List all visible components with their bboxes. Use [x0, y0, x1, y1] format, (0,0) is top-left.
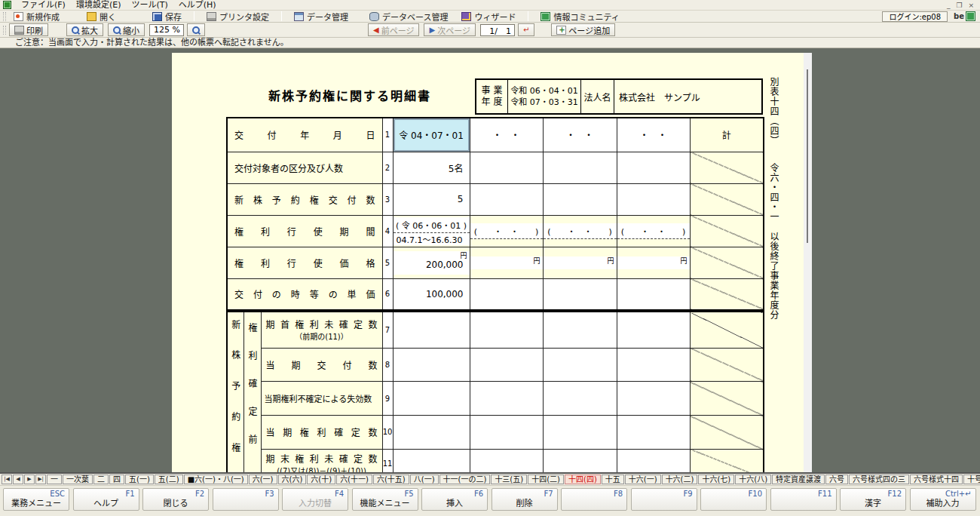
empty-cell[interactable]	[617, 348, 690, 381]
menu-settings[interactable]: 環境設定(E)	[71, 0, 127, 10]
form-tab-5[interactable]: 五(二)	[155, 475, 183, 484]
grant-date-cell[interactable]: ・ ・	[617, 118, 690, 152]
empty-cell[interactable]	[470, 183, 543, 215]
form-tab-16[interactable]: 十四(四)	[565, 475, 601, 484]
grant-date-cell[interactable]: ・ ・	[543, 118, 617, 152]
close-icon[interactable]: ×	[968, 1, 974, 10]
scrollbar-thumb[interactable]	[807, 69, 808, 243]
exercise-period-cell[interactable]: ( ・ ・ )	[470, 223, 543, 239]
fnkey-f6-button[interactable]: F6挿入	[421, 488, 488, 511]
open-button[interactable]: 開く	[82, 11, 121, 22]
grant-date-cell-selected[interactable]: 令 04・07・01	[393, 118, 470, 152]
form-tab-12[interactable]: 八(一)	[410, 475, 439, 484]
form-tab-19[interactable]: 十六(二)	[662, 475, 698, 484]
empty-cell[interactable]	[470, 152, 543, 183]
form-tab-21[interactable]: 十六(八)	[735, 475, 771, 484]
empty-cell[interactable]	[543, 382, 617, 416]
form-tab-3[interactable]: 四	[109, 475, 124, 484]
business-year-dates[interactable]: 令和 06・04・01令和 07・03・31	[508, 80, 581, 113]
tab-nav-first-button[interactable]: |◀	[2, 475, 12, 484]
form-tab-4[interactable]: 五(一)	[125, 475, 154, 484]
tab-nav-prev-button[interactable]: ◀	[13, 475, 23, 484]
empty-cell[interactable]	[617, 382, 690, 416]
form-tab-10[interactable]: 六(十一)	[336, 475, 372, 484]
zoom-select-button[interactable]	[187, 23, 205, 36]
form-tab-23[interactable]: 六号	[825, 475, 848, 484]
exercise-period-cell[interactable]: ( ・ ・ )	[544, 223, 617, 239]
empty-cell[interactable]	[543, 449, 617, 472]
fnkey-f7-button[interactable]: F7削除	[492, 488, 558, 511]
form-tab-24[interactable]: 六号様式四の三	[849, 475, 909, 484]
form-tab-6[interactable]: ■六(一)・八(一)	[184, 475, 248, 484]
tab-nav-next-button[interactable]: ▶	[24, 475, 35, 484]
exercise-price-cell[interactable]: 円	[544, 256, 617, 269]
fnkey-f8-button[interactable]: F8	[561, 488, 627, 511]
zoom-in-button[interactable]: 拡大	[66, 23, 103, 36]
fnkey-f2-button[interactable]: F2閉じる	[142, 488, 209, 511]
form-tab-14[interactable]: 十三(五)	[491, 475, 527, 484]
fnkey-f1-button[interactable]: F1ヘルプ	[73, 488, 139, 511]
empty-cell[interactable]	[543, 312, 617, 348]
print-button[interactable]: 印刷	[9, 23, 48, 36]
empty-cell[interactable]	[543, 278, 617, 310]
form-tab-25[interactable]: 六号様式十四	[910, 475, 963, 484]
form-tab-22[interactable]: 特定資産譲渡	[772, 475, 825, 484]
empty-cell[interactable]	[617, 278, 690, 310]
form-tab-0[interactable]: 一	[47, 475, 62, 484]
corp-name-value[interactable]: 株式会社 サンプル	[614, 80, 761, 113]
form-tab-13[interactable]: 十一(一の二)	[439, 475, 491, 484]
grant-count-cell[interactable]: 5	[393, 183, 470, 215]
empty-cell[interactable]	[543, 152, 617, 183]
minimize-icon[interactable]: _	[947, 1, 951, 10]
empty-cell[interactable]	[617, 152, 690, 183]
empty-cell[interactable]	[393, 312, 470, 348]
fnkey-f4-button[interactable]: F4入力切替	[282, 488, 348, 511]
grant-date-cell[interactable]: ・ ・	[470, 118, 543, 152]
form-tab-26[interactable]: 十号	[963, 475, 980, 484]
empty-cell[interactable]	[470, 382, 543, 416]
tab-nav-last-button[interactable]: ▶|	[35, 475, 46, 484]
info-community-button[interactable]: 情報コミュニティ	[536, 11, 623, 22]
empty-cell[interactable]	[393, 416, 470, 449]
zoom-out-button[interactable]: 縮小	[108, 23, 145, 36]
form-tab-11[interactable]: 六(十五)	[373, 475, 409, 484]
prev-page-button[interactable]: ◀ 前ページ	[368, 23, 419, 36]
recipients-cell[interactable]: 5名	[393, 152, 470, 183]
exercise-period-cell[interactable]: ( ・ ・ )	[617, 223, 690, 239]
form-tab-2[interactable]: 二	[93, 475, 109, 484]
empty-cell[interactable]	[393, 449, 470, 472]
fnkey-f9-button[interactable]: F9	[631, 488, 697, 511]
form-tab-8[interactable]: 六(六)	[278, 475, 307, 484]
printer-setup-button[interactable]: プリンタ設定	[202, 11, 274, 22]
form-tab-17[interactable]: 十五	[602, 475, 624, 484]
empty-cell[interactable]	[470, 278, 543, 310]
menu-tools[interactable]: ツール(T)	[126, 0, 173, 10]
empty-cell[interactable]	[543, 348, 617, 381]
form-tab-20[interactable]: 十六(七)	[698, 475, 734, 484]
empty-cell[interactable]	[470, 449, 543, 472]
fnkey-f11-button[interactable]: F11	[770, 488, 837, 511]
next-page-button[interactable]: ▶ 次ページ	[424, 23, 475, 36]
data-management-button[interactable]: データ管理	[289, 11, 353, 22]
unit-price-cell[interactable]: 100,000	[393, 278, 470, 310]
form-tab-18[interactable]: 十六(一)	[625, 475, 661, 484]
fnkey-ctrl-button[interactable]: Ctrl+↵補助入力	[910, 488, 976, 511]
new-button[interactable]: 新規作成	[9, 11, 64, 22]
empty-cell[interactable]	[617, 183, 690, 215]
empty-cell[interactable]	[543, 416, 617, 449]
form-tab-1[interactable]: 一次葉	[63, 475, 93, 484]
vertical-scrollbar[interactable]	[804, 53, 812, 472]
database-management-button[interactable]: データベース管理	[365, 11, 452, 22]
save-button[interactable]: 保存	[148, 11, 186, 22]
fnkey-f5-button[interactable]: F5機能メニュー	[352, 488, 418, 511]
form-tab-9[interactable]: 六(十)	[307, 475, 335, 484]
form-tab-7[interactable]: 六(一)	[249, 475, 277, 484]
exercise-price-cell[interactable]: 円	[617, 256, 690, 269]
page-number-field[interactable]: 1/ 1	[480, 24, 515, 36]
wizard-button[interactable]: ウィザード	[457, 11, 520, 22]
empty-cell[interactable]	[470, 348, 543, 381]
exercise-price-cell[interactable]: 円 200,000	[394, 251, 470, 275]
fnkey-f3-button[interactable]: F3	[213, 488, 279, 511]
fnkey-f12-button[interactable]: F12漢字	[840, 488, 906, 511]
menu-file[interactable]: ファイル(F)	[16, 0, 71, 10]
